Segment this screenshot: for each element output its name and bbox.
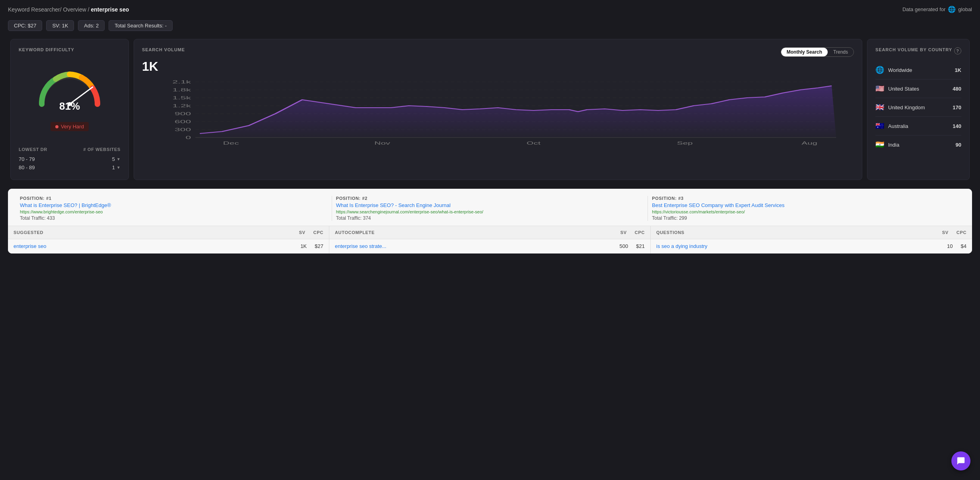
dr-table: LOWEST DR # OF WEBSITES 70 - 79 5 ▼ 80 -…: [19, 147, 121, 172]
serp-title-3[interactable]: Best Enterprise SEO Company with Expert …: [652, 202, 960, 208]
country-name-uk: United Kingdom: [888, 105, 925, 110]
svg-text:1.2k: 1.2k: [173, 103, 191, 108]
chart-area: 2.1k 1.8k 1.5k 1.2k 900 600 300 0 Dec 20…: [142, 78, 854, 145]
svg-text:600: 600: [175, 119, 191, 124]
country-title-text: SEARCH VOLUME BY COUNTRY: [875, 47, 952, 54]
kw-col-suggested: SUGGESTED SV CPC enterprise seo 1K $27: [8, 226, 329, 254]
serp-traffic-2: Total Traffic: 374: [336, 215, 644, 221]
country-val-uk: 170: [953, 105, 961, 110]
flag-us: 🇺🇸: [875, 84, 884, 93]
suggested-row-0: enterprise seo 1K $27: [8, 239, 329, 254]
gauge-container: 81%: [19, 58, 121, 118]
search-volume-card: SEARCH VOLUME Monthly Search Trends 1K: [134, 39, 862, 180]
country-row-au: 🇦🇺 Australia 140: [875, 117, 961, 135]
country-left-us: 🇺🇸 United States: [875, 84, 919, 93]
kd-title: KEYWORD DIFFICULTY: [19, 47, 121, 52]
difficulty-label: Very Hard: [61, 124, 84, 130]
chevron-icon-1: ▼: [117, 165, 121, 170]
autocomplete-kw-0[interactable]: enterprise seo strate...: [335, 243, 612, 249]
svg-text:900: 900: [175, 111, 191, 116]
sv-toggle[interactable]: Monthly Search Trends: [781, 47, 854, 57]
help-icon[interactable]: ?: [954, 47, 961, 54]
keyword-tables: SUGGESTED SV CPC enterprise seo 1K $27 A…: [8, 226, 972, 254]
country-name-us: United States: [888, 86, 919, 92]
flag-in: 🇮🇳: [875, 140, 884, 149]
toggle-trends[interactable]: Trends: [828, 48, 854, 56]
gauge-percent: 81%: [59, 100, 80, 112]
top-header: Keyword Researcher/ Overview / enterpris…: [0, 0, 980, 17]
dr-header: LOWEST DR # OF WEBSITES: [19, 147, 121, 152]
suggested-kw-0[interactable]: enterprise seo: [14, 243, 292, 249]
autocomplete-cpc-0: $21: [628, 243, 645, 249]
suggested-sv-header: SV: [291, 230, 305, 235]
svg-text:2.1k: 2.1k: [173, 79, 191, 84]
svg-text:0: 0: [185, 135, 191, 140]
questions-title: QUESTIONS: [656, 230, 934, 235]
country-name-in: India: [888, 142, 899, 148]
sv-label: SEARCH VOLUME: [142, 47, 185, 52]
metric-cpc: CPC: $27: [8, 20, 42, 31]
country-name-au: Australia: [888, 123, 908, 129]
svg-text:1.5k: 1.5k: [173, 95, 191, 100]
svg-text:1.8k: 1.8k: [173, 87, 191, 92]
serp-row: POSITION: #1 What is Enterprise SEO? | B…: [8, 189, 972, 226]
svg-text:Nov: Nov: [374, 141, 390, 145]
main-grid: KEYWORD DIFFICULTY 81%: [0, 37, 980, 182]
keyword-difficulty-card: KEYWORD DIFFICULTY 81%: [10, 39, 129, 180]
sv-top: SEARCH VOLUME Monthly Search Trends: [142, 47, 854, 57]
sv-value: 1K: [142, 59, 854, 74]
questions-cpc-0: $4: [953, 243, 966, 249]
autocomplete-row-0: enterprise seo strate... 500 $21: [329, 239, 650, 254]
country-left-worldwide: 🌐 Worldwide: [875, 66, 912, 74]
country-val-in: 90: [956, 142, 961, 148]
bottom-section: POSITION: #1 What is Enterprise SEO? | B…: [8, 189, 972, 254]
serp-title-2[interactable]: What Is Enterprise SEO? - Search Engine …: [336, 202, 644, 208]
questions-sv-header: SV: [934, 230, 949, 235]
kw-suggested-header: SUGGESTED SV CPC: [8, 226, 329, 239]
region-label: global: [958, 6, 972, 12]
svg-text:300: 300: [175, 127, 191, 132]
country-left-au: 🇦🇺 Australia: [875, 122, 908, 130]
country-row-us: 🇺🇸 United States 480: [875, 79, 961, 98]
dr-row-1: 80 - 89 1 ▼: [19, 163, 121, 172]
toggle-monthly[interactable]: Monthly Search: [781, 48, 828, 56]
serp-item-3: POSITION: #3 Best Enterprise SEO Company…: [648, 196, 964, 221]
breadcrumb-keyword: enterprise seo: [91, 6, 129, 13]
suggested-sv-0: 1K: [292, 243, 307, 249]
questions-cpc-header: CPC: [949, 230, 966, 235]
dr-count-val-0: 5: [112, 156, 115, 162]
dr-range-0: 70 - 79: [19, 156, 35, 162]
country-left-in: 🇮🇳 India: [875, 140, 899, 149]
difficulty-badge: Very Hard: [51, 122, 89, 131]
serp-item-1: POSITION: #1 What is Enterprise SEO? | B…: [16, 196, 332, 221]
dr-count-1[interactable]: 1 ▼: [112, 165, 121, 170]
dr-row-0: 70 - 79 5 ▼: [19, 155, 121, 163]
country-title: SEARCH VOLUME BY COUNTRY ?: [875, 47, 961, 54]
serp-title-1[interactable]: What is Enterprise SEO? | BrightEdge®: [20, 202, 328, 208]
country-volume-card: SEARCH VOLUME BY COUNTRY ? 🌐 Worldwide 1…: [867, 39, 970, 180]
metric-sv: SV: 1K: [46, 20, 74, 31]
kw-autocomplete-header: AUTOCOMPLETE SV CPC: [329, 226, 650, 239]
flag-worldwide: 🌐: [875, 66, 884, 74]
svg-marker-28: [200, 86, 836, 137]
country-val-worldwide: 1K: [955, 67, 961, 73]
questions-sv-0: 10: [939, 243, 953, 249]
dr-count-0[interactable]: 5 ▼: [112, 156, 121, 162]
serp-item-2: POSITION: #2 What Is Enterprise SEO? - S…: [332, 196, 648, 221]
websites-header: # OF WEBSITES: [83, 147, 121, 152]
country-name-worldwide: Worldwide: [888, 67, 912, 73]
suggested-cpc-0: $27: [307, 243, 323, 249]
flag-au: 🇦🇺: [875, 122, 884, 130]
serp-url-3: https://victoriousse.com/markets/enterpr…: [652, 209, 960, 214]
autocomplete-title: AUTOCOMPLETE: [335, 230, 612, 235]
chevron-icon-0: ▼: [117, 157, 121, 161]
questions-kw-0[interactable]: is seo a dying industry: [656, 243, 939, 249]
questions-row-0: is seo a dying industry 10 $4: [651, 239, 972, 254]
serp-pos-2: POSITION: #2: [336, 196, 644, 201]
serp-url-1: https://www.brightedge.com/enterprise-se…: [20, 209, 328, 214]
country-left-uk: 🇬🇧 United Kingdom: [875, 103, 925, 112]
metric-total-search: Total Search Results: -: [109, 20, 173, 31]
serp-traffic-1: Total Traffic: 433: [20, 215, 328, 221]
country-row-in: 🇮🇳 India 90: [875, 135, 961, 154]
flag-uk: 🇬🇧: [875, 103, 884, 112]
